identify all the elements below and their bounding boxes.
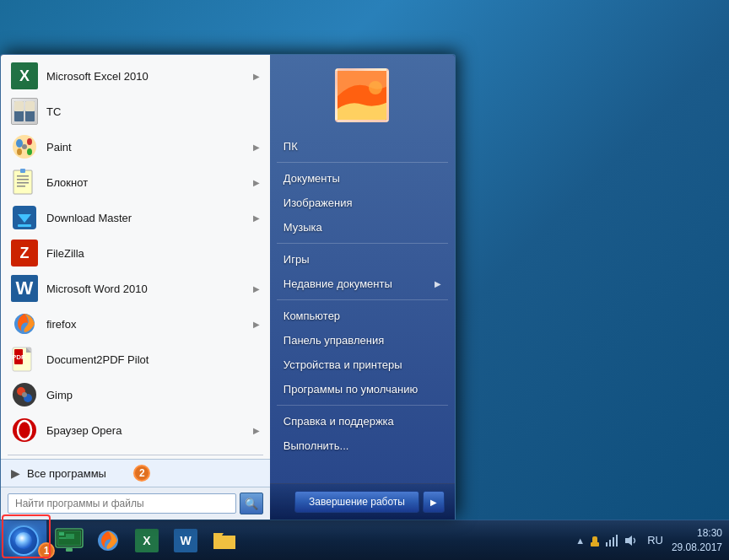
arrow-icon-notepad: ▶ (253, 178, 260, 187)
app-label-excel: Microsoft Excel 2010 (46, 70, 253, 83)
folder-taskbar-icon (212, 529, 237, 552)
right-arrow-recent: ▶ (435, 279, 441, 288)
app-item-pdf[interactable]: PDF Document2PDF Pilot (1, 342, 270, 377)
right-item-run[interactable]: Выполнить... (270, 433, 455, 458)
svg-rect-42 (66, 534, 74, 539)
svg-rect-43 (66, 548, 73, 552)
arrow-icon-paint: ▶ (253, 143, 260, 152)
start-orb-container (8, 525, 39, 556)
svg-rect-47 (592, 536, 597, 544)
app-item-tc[interactable]: TC (1, 94, 270, 129)
start-menu: X Microsoft Excel 2010 ▶ TC (0, 54, 456, 520)
network-icon (605, 534, 620, 547)
app-label-paint: Paint (46, 141, 253, 153)
taskbar-app-monitor[interactable] (51, 524, 88, 557)
desktop: X Microsoft Excel 2010 ▶ TC (0, 0, 729, 560)
right-item-defaults[interactable]: Программы по умолчанию (270, 377, 455, 401)
paint-icon (11, 133, 38, 160)
right-item-label-control: Панель управления (284, 334, 384, 347)
all-programs-button[interactable]: ▶ Все программы 2 (1, 459, 270, 487)
shutdown-button[interactable]: Завершение работы (294, 491, 419, 513)
all-programs-label: Все программы (27, 467, 106, 480)
svg-text:W: W (16, 277, 34, 299)
notepad-icon (11, 169, 38, 196)
right-divider-3 (277, 299, 448, 300)
app-item-firefox[interactable]: firefox ▶ (1, 306, 270, 342)
app-item-dlmaster[interactable]: Download Master ▶ (1, 200, 270, 235)
svg-rect-15 (20, 169, 25, 173)
right-divider-4 (277, 405, 448, 406)
right-item-control[interactable]: Панель управления (270, 328, 455, 353)
search-button[interactable]: 🔍 (240, 493, 263, 514)
systray-arrow[interactable]: ▲ (575, 536, 585, 546)
right-item-images[interactable]: Изображения (270, 191, 455, 215)
right-item-help[interactable]: Справка и поддержка (270, 409, 455, 433)
excel-icon: X (11, 62, 38, 89)
right-item-label-games: Игры (284, 253, 310, 266)
svg-point-36 (369, 81, 382, 94)
svg-point-5 (16, 139, 23, 148)
volume-icon (624, 534, 637, 547)
right-item-music[interactable]: Музыка (270, 215, 455, 240)
svg-text:PDF: PDF (12, 353, 25, 361)
start-button[interactable]: 1 (0, 520, 47, 561)
arrow-icon-word: ▶ (253, 284, 260, 293)
gimp-icon (11, 381, 38, 408)
word-icon: W (11, 275, 38, 302)
app-label-dlmaster: Download Master (46, 212, 253, 224)
system-tray: ▲ RU (570, 526, 729, 555)
app-item-excel[interactable]: X Microsoft Excel 2010 ▶ (1, 58, 270, 94)
svg-rect-2 (14, 101, 24, 111)
notification-icon (588, 534, 602, 547)
firefox-taskbar-icon (95, 528, 121, 553)
user-picture-area (270, 55, 455, 131)
svg-rect-45 (213, 536, 235, 549)
app-label-pdf: Document2PDF Pilot (46, 353, 260, 366)
taskbar-app-folder[interactable] (206, 524, 243, 557)
app-item-word[interactable]: W Microsoft Word 2010 ▶ (1, 271, 270, 306)
svg-text:Z: Z (20, 245, 30, 261)
taskbar-app-word[interactable]: W (167, 524, 204, 557)
svg-rect-51 (616, 535, 618, 547)
app-label-notepad: Блокнот (46, 176, 253, 189)
right-item-label-run: Выполнить... (284, 439, 349, 452)
app-label-filezilla: FileZilla (46, 247, 260, 260)
arrow-icon-dlmaster: ▶ (253, 213, 260, 223)
app-item-paint[interactable]: Paint ▶ (1, 129, 270, 164)
app-item-opera[interactable]: Браузер Opera ▶ (1, 412, 270, 448)
app-item-filezilla[interactable]: Z FileZilla (1, 235, 270, 271)
right-item-recent[interactable]: Недавние документы ▶ (270, 272, 455, 296)
right-divider-1 (277, 162, 448, 163)
systray-icons: ▲ (570, 534, 642, 547)
svg-rect-40 (59, 532, 64, 536)
start-badge-area: 1 (38, 542, 55, 559)
shutdown-arrow-button[interactable]: ▶ (423, 491, 445, 513)
opera-icon (11, 417, 38, 444)
svg-rect-18 (18, 224, 31, 227)
right-item-docs[interactable]: Документы (270, 166, 455, 191)
language-indicator[interactable]: RU (647, 534, 663, 547)
start-menu-left: X Microsoft Excel 2010 ▶ TC (1, 55, 270, 520)
app-item-gimp[interactable]: Gimp (1, 377, 270, 412)
right-item-computer[interactable]: Компьютер (270, 304, 455, 328)
svg-rect-13 (17, 182, 29, 184)
right-menu-items: ПК Документы Изображения Музыка Игры (270, 131, 455, 483)
user-picture[interactable] (335, 68, 389, 122)
search-input[interactable] (8, 493, 236, 514)
app-label-opera: Браузер Opera (46, 424, 253, 437)
app-item-notepad[interactable]: Блокнот ▶ (1, 164, 270, 200)
search-bar: 🔍 (1, 487, 270, 520)
right-item-games[interactable]: Игры (270, 247, 455, 272)
right-item-pc[interactable]: ПК (270, 134, 455, 159)
app-label-gimp: Gimp (46, 389, 260, 401)
taskbar-app-firefox[interactable] (89, 524, 127, 557)
app-divider (8, 455, 263, 455)
right-item-devices[interactable]: Устройства и принтеры (270, 353, 455, 377)
taskbar: 1 (0, 520, 729, 560)
svg-rect-14 (17, 186, 25, 187)
right-item-label-pc: ПК (284, 140, 298, 153)
right-item-label-help: Справка и поддержка (284, 415, 394, 428)
taskbar-app-excel[interactable]: X (128, 524, 165, 557)
app-list: X Microsoft Excel 2010 ▶ TC (1, 55, 270, 451)
svg-rect-3 (25, 101, 35, 111)
